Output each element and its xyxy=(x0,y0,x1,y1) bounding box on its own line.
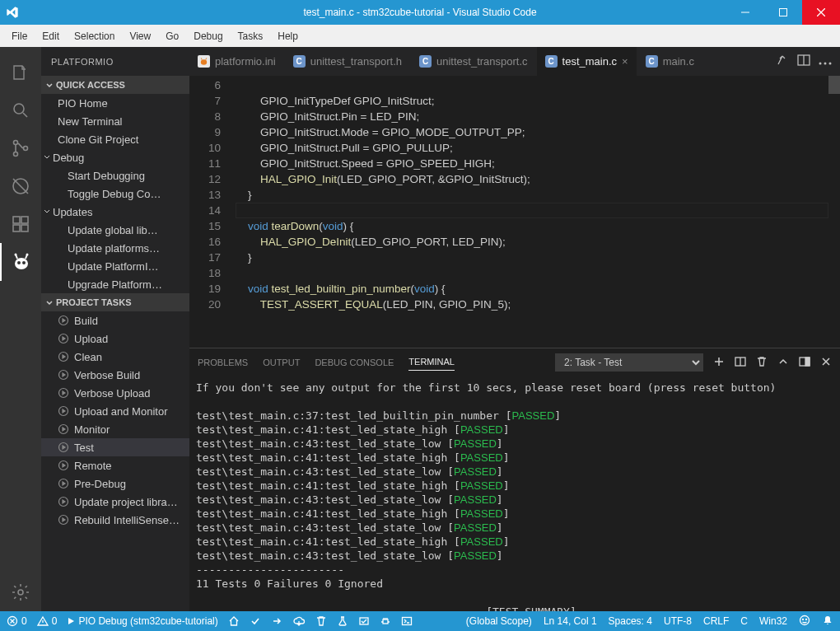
minimap[interactable] xyxy=(828,76,840,348)
close-button[interactable] xyxy=(802,0,840,25)
panel-tab[interactable]: DEBUG CONSOLE xyxy=(315,354,394,371)
platformio-icon[interactable] xyxy=(0,243,41,281)
status-serial-icon[interactable] xyxy=(380,615,391,627)
sidebar-title: PLATFORMIO xyxy=(41,47,189,76)
explorer-icon[interactable] xyxy=(0,54,41,91)
status-upload-icon[interactable] xyxy=(271,615,282,627)
status-feedback-icon[interactable] xyxy=(799,615,810,629)
search-icon[interactable] xyxy=(0,91,41,129)
move-panel-icon[interactable] xyxy=(799,356,810,369)
svg-rect-0 xyxy=(780,9,787,16)
panel-tab[interactable]: PROBLEMS xyxy=(198,354,248,371)
status-build-icon[interactable] xyxy=(250,615,261,627)
quick-item[interactable]: Clone Git Project xyxy=(41,130,189,148)
split-terminal-icon[interactable] xyxy=(735,356,746,369)
close-tab-icon[interactable]: × xyxy=(622,55,628,68)
project-tasks-header[interactable]: PROJECT TASKS xyxy=(41,293,189,311)
scm-icon[interactable] xyxy=(0,129,41,167)
status-terminal-icon[interactable] xyxy=(401,615,413,627)
vscode-icon xyxy=(0,6,25,19)
task-item[interactable]: Verbose Build xyxy=(41,366,189,384)
svg-rect-38 xyxy=(383,619,388,624)
task-item[interactable]: Upload and Monitor xyxy=(41,402,189,420)
task-item[interactable]: Build xyxy=(41,311,189,330)
status-warnings[interactable]: 0 xyxy=(37,615,58,627)
settings-icon[interactable] xyxy=(0,573,41,611)
quick-item[interactable]: New Terminal xyxy=(41,112,189,130)
editor-tab[interactable]: platformio.ini xyxy=(189,47,285,76)
debug-icon[interactable] xyxy=(0,167,41,205)
menu-selection[interactable]: Selection xyxy=(68,29,121,44)
task-item[interactable]: Monitor xyxy=(41,420,189,438)
task-item[interactable]: Pre-Debug xyxy=(41,474,189,493)
status-cloud-icon[interactable] xyxy=(292,615,306,627)
svg-point-10 xyxy=(15,258,28,269)
quick-item[interactable]: Debug xyxy=(41,148,189,166)
menu-debug[interactable]: Debug xyxy=(187,29,229,44)
status-os[interactable]: Win32 xyxy=(759,615,787,627)
quick-access-header[interactable]: QUICK ACCESS xyxy=(41,76,189,94)
quick-item[interactable]: Update global lib… xyxy=(41,221,189,239)
editor-area: platformio.iniCunittest_transport.hCunit… xyxy=(189,47,840,611)
svg-point-15 xyxy=(18,590,23,595)
panel-tab[interactable]: OUTPUT xyxy=(263,354,300,371)
menu-help[interactable]: Help xyxy=(271,29,305,44)
maximize-button[interactable] xyxy=(764,0,802,25)
status-eol[interactable]: CRLF xyxy=(703,615,729,627)
status-tasks-icon[interactable] xyxy=(358,615,370,627)
status-test-icon[interactable] xyxy=(337,615,348,627)
menu-file[interactable]: File xyxy=(5,29,34,44)
status-spaces[interactable]: Spaces: 4 xyxy=(609,615,652,627)
svg-point-28 xyxy=(201,59,207,64)
code-editor[interactable]: 67891011121314151617181920 GPIO_InitType… xyxy=(189,76,840,348)
status-debug-target[interactable]: PIO Debug (stm32cube-tutorial) xyxy=(67,615,217,627)
status-clean-icon[interactable] xyxy=(315,615,327,627)
menu-view[interactable]: View xyxy=(123,29,157,44)
status-bell-icon[interactable] xyxy=(822,615,833,629)
extensions-icon[interactable] xyxy=(0,205,41,243)
quick-item[interactable]: Updates xyxy=(41,203,189,221)
activity-bar xyxy=(0,47,41,611)
new-terminal-icon[interactable] xyxy=(713,356,725,369)
svg-rect-37 xyxy=(360,618,368,624)
menu-edit[interactable]: Edit xyxy=(35,29,66,44)
quick-item[interactable]: Toggle Debug Co… xyxy=(41,185,189,203)
quick-item[interactable]: Start Debugging xyxy=(41,166,189,185)
task-item[interactable]: Clean xyxy=(41,348,189,366)
task-item[interactable]: Test xyxy=(41,438,189,456)
editor-tab[interactable]: Cmain.c xyxy=(637,47,703,76)
svg-point-30 xyxy=(819,63,822,65)
svg-point-42 xyxy=(806,619,807,619)
status-encoding[interactable]: UTF-8 xyxy=(664,615,692,627)
quick-item[interactable]: Update platforms… xyxy=(41,239,189,257)
editor-tab[interactable]: Ctest_main.c× xyxy=(537,47,637,76)
status-home-icon[interactable] xyxy=(228,615,240,627)
terminal-output[interactable]: If you don't see any output for the firs… xyxy=(189,376,840,611)
close-panel-icon[interactable] xyxy=(820,356,832,369)
task-item[interactable]: Update project libra… xyxy=(41,493,189,511)
compare-icon[interactable] xyxy=(776,54,789,69)
quick-item[interactable]: PIO Home xyxy=(41,94,189,112)
status-scope[interactable]: (Global Scope) xyxy=(466,615,532,627)
terminal-select[interactable]: 2: Task - Test xyxy=(555,353,703,372)
more-icon[interactable] xyxy=(819,55,832,68)
editor-tab[interactable]: Cunittest_transport.h xyxy=(285,47,411,76)
status-errors[interactable]: 0 xyxy=(7,615,27,627)
task-item[interactable]: Upload xyxy=(41,330,189,348)
menu-tasks[interactable]: Tasks xyxy=(231,29,270,44)
editor-tab[interactable]: Cunittest_transport.c xyxy=(411,47,537,76)
quick-item[interactable]: Update PlatformI… xyxy=(41,257,189,275)
maximize-panel-icon[interactable] xyxy=(777,356,789,369)
task-item[interactable]: Rebuild IntelliSense… xyxy=(41,511,189,529)
task-item[interactable]: Verbose Upload xyxy=(41,384,189,402)
kill-terminal-icon[interactable] xyxy=(756,356,768,369)
panel-tab[interactable]: TERMINAL xyxy=(408,353,455,371)
panel: PROBLEMSOUTPUTDEBUG CONSOLETERMINAL 2: T… xyxy=(189,348,840,611)
minimize-button[interactable] xyxy=(726,0,764,25)
menu-go[interactable]: Go xyxy=(159,29,185,44)
task-item[interactable]: Remote xyxy=(41,456,189,474)
quick-item[interactable]: Upgrade Platform… xyxy=(41,275,189,293)
status-lang[interactable]: C xyxy=(740,615,748,627)
status-position[interactable]: Ln 14, Col 1 xyxy=(544,615,597,627)
split-editor-icon[interactable] xyxy=(797,54,810,69)
